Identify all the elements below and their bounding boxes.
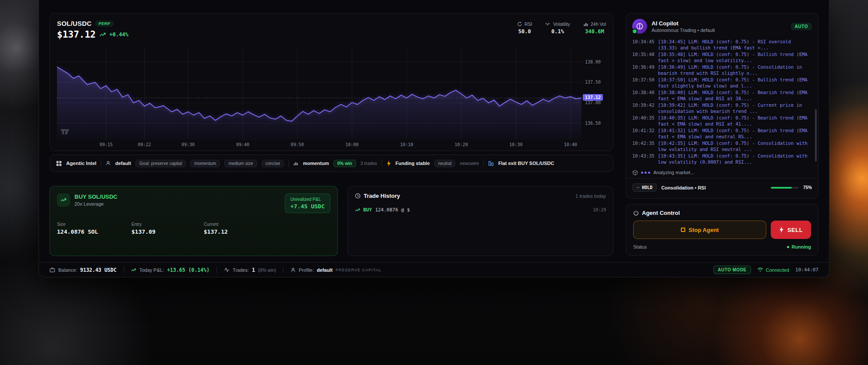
log-message: [10:42:35] LLM: HOLD (conf: 0.75) - Cons… [658, 140, 812, 152]
log-message: [10:38:40] LLM: HOLD (conf: 0.75) - Bear… [658, 90, 812, 102]
copilot-log-entry: 10:36:49[10:36:49] LLM: HOLD (conf: 0.75… [632, 64, 812, 76]
tradingview-logo[interactable] [60, 128, 71, 135]
auto-mode-badge: AUTO MODE [713, 266, 751, 274]
pnl-group: Today P&L: +13.65 (0.14%) [131, 267, 209, 273]
trade-buy-icon [355, 207, 360, 213]
trades-value: 1 [252, 267, 255, 273]
trade-text: 124.0876 @ $ [375, 207, 410, 213]
position-title: BUY SOL/USDC [74, 193, 117, 200]
log-timestamp: 10:43:35 [632, 153, 655, 165]
profile-mode: PRESERVE CAPITAL [336, 268, 381, 272]
log-message: [10:34:45] LLM: HOLD (conf: 0.75) - RSI … [658, 39, 812, 51]
copilot-log-entry: 10:42:35[10:42:35] LLM: HOLD (conf: 0.75… [632, 140, 812, 152]
trading-app-window: SOL/USDC PERP $137.12 +0.44% [39, 0, 829, 277]
pnl-value: +7.45 USDC [291, 203, 325, 210]
trade-side: BUY [363, 207, 372, 213]
tag-pill: medium size [224, 160, 257, 167]
log-timestamp: 10:38:40 [632, 90, 655, 102]
copilot-subtitle: Autonomous Trading • default [652, 28, 715, 33]
current-price-chip: 137.12 [583, 94, 603, 101]
stop-square-icon [681, 228, 685, 232]
volume-value: 340.6M [583, 28, 606, 35]
divider [101, 160, 101, 167]
x-axis-label: 09:22 [138, 142, 151, 147]
chart-panel: SOL/USDC PERP $137.12 +0.44% [50, 13, 613, 151]
agentic-intel-icon [56, 161, 62, 166]
sell-button[interactable]: SELL [771, 221, 811, 239]
position-entry: Entry $137.09 [131, 222, 204, 235]
analyzing-text: Analyzing market... [653, 170, 694, 175]
status-bar: Balance: 9132.43 USDC Today P&L: +13.65 … [39, 262, 829, 277]
log-message: [10:36:49] LLM: HOLD (conf: 0.75) - Cons… [658, 64, 812, 76]
bottom-row: BUY SOL/USDC 20x Leverage Unrealized P&L… [50, 186, 613, 256]
volatility-value: 0.1% [545, 28, 570, 35]
strategy-name: momentum [303, 161, 329, 166]
log-timestamp: 10:37:50 [632, 77, 655, 89]
intel-title: Agentic Intel [66, 161, 96, 166]
copilot-scrollbar[interactable] [815, 109, 817, 162]
copilot-avatar [632, 19, 647, 34]
pnl-trend-icon [131, 267, 136, 273]
copilot-log[interactable]: 10:34:45[10:34:45] LLM: HOLD (conf: 0.75… [626, 38, 818, 167]
y-axis-label: 137.50 [585, 80, 601, 84]
trend-up-icon [99, 32, 106, 38]
auto-badge: AUTO [791, 23, 812, 30]
hold-status-row: − HOLD Consolidation • RSI 75% [626, 178, 818, 197]
x-axis-label: 10:40 [564, 142, 577, 147]
goal-pill: Goal: preserve capital [135, 160, 186, 167]
trade-time: 10:29 [593, 207, 606, 212]
log-timestamp: 10:35:48 [632, 52, 655, 63]
copilot-log-entry: 10:41:32[10:41:32] LLM: HOLD (conf: 0.75… [632, 128, 812, 140]
log-message: [10:40:35] LLM: HOLD (conf: 0.75) - Bear… [658, 115, 812, 127]
tag-pill: momentum [190, 160, 220, 167]
log-timestamp: 10:36:49 [632, 64, 655, 76]
rsi-gauge-icon [517, 21, 522, 27]
x-axis-label: 10:10 [400, 142, 413, 147]
position-trend-icon [57, 193, 70, 207]
ai-copilot-panel: AI Copilot Autonomous Trading • default … [626, 13, 818, 199]
clock-icon [355, 193, 361, 199]
profile-icon [291, 267, 296, 273]
trade-count: 1 trades today [575, 193, 606, 199]
divider [216, 267, 217, 273]
log-message: [10:37:50] LLM: HOLD (conf: 0.75) - Bull… [658, 77, 812, 89]
copilot-log-entry: 10:40:35[10:40:35] LLM: HOLD (conf: 0.75… [632, 115, 812, 127]
stop-agent-button[interactable]: Stop Agent [633, 221, 766, 239]
balance-group: Balance: 9132.43 USDC [50, 267, 117, 273]
x-axis-label: 09:50 [291, 142, 304, 147]
profile-group: Profile: default PRESERVE CAPITAL [291, 267, 382, 273]
copilot-disc-icon [636, 22, 644, 30]
agent-status-label: Status [633, 244, 647, 249]
stat-volatility: Volatility 0.1% [545, 21, 570, 35]
position-leverage: 20x Leverage [74, 201, 117, 207]
divider [483, 160, 484, 167]
symbol-title: SOL/USDC [57, 20, 92, 27]
rsi-value: 50.0 [517, 28, 532, 35]
chart-body: 09:1509:2209:3009:4009:5010:0010:1010:20… [57, 48, 606, 150]
stat-volume: 24h Vol 340.6M [583, 21, 606, 35]
log-message: [10:41:32] LLM: HOLD (conf: 0.75) - Bear… [658, 128, 812, 140]
chart-header: SOL/USDC PERP $137.12 +0.44% [57, 20, 606, 44]
funding-lightning-icon [386, 161, 391, 166]
connection-status: Connected [757, 267, 789, 273]
trade-history-title: Trade History [364, 193, 400, 199]
strategy-win-pill: 0% win [333, 160, 356, 167]
copilot-log-entry: 10:35:48[10:35:48] LLM: HOLD (conf: 0.75… [632, 52, 812, 63]
right-column: AI Copilot Autonomous Trading • default … [626, 13, 818, 256]
confidence-percent: 75% [803, 185, 812, 190]
profile-person-icon [106, 161, 111, 166]
intel-profile: default [115, 161, 131, 166]
chart-xaxis: 09:1509:2209:3009:4009:5010:0010:1010:20… [57, 141, 581, 150]
chart-plot[interactable] [57, 48, 581, 140]
x-axis-label: 10:20 [455, 142, 468, 147]
typing-dots [641, 172, 650, 174]
volatility-wave-icon [545, 21, 551, 27]
x-axis-label: 10:30 [509, 142, 522, 147]
position-current: Current $137.12 [204, 222, 330, 235]
strategy-trades: 3 trades [361, 161, 377, 166]
copilot-log-entry: 10:38:40[10:38:40] LLM: HOLD (conf: 0.75… [632, 90, 812, 102]
today-pnl-value: +13.65 (0.14%) [167, 267, 209, 273]
trades-group: Trades: 1 (0% win) [224, 267, 276, 273]
hold-badge: − HOLD [632, 183, 657, 192]
pnl-label: Unrealized P&L [291, 197, 325, 202]
